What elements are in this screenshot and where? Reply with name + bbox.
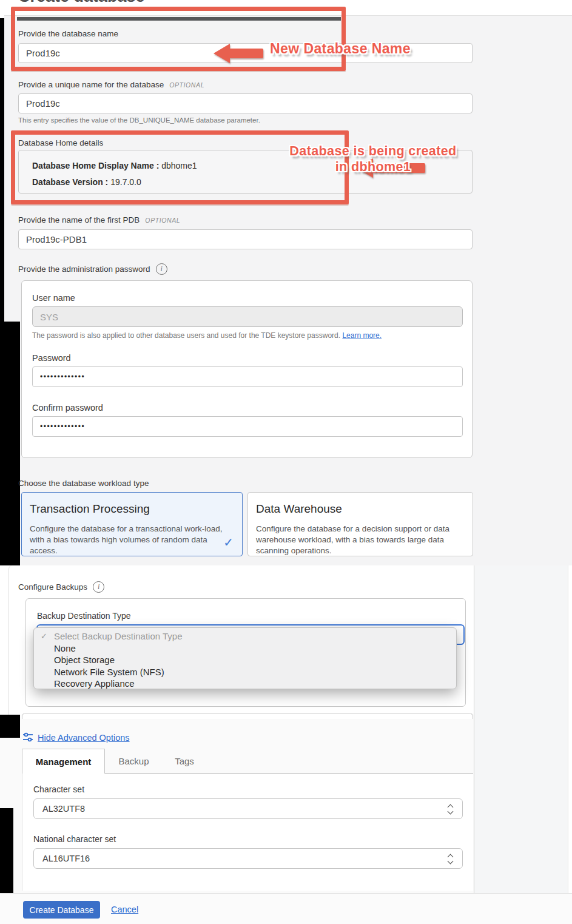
- pdb-value: Prod19c-PDB1: [26, 234, 87, 244]
- workload-option-title: Data Warehouse: [256, 502, 465, 516]
- character-set-select[interactable]: AL32UTF8: [33, 798, 463, 819]
- unique-name-label-row: Provide a unique name for the database O…: [18, 80, 204, 89]
- page-title: Create database: [18, 0, 273, 7]
- tab-tags[interactable]: Tags: [163, 749, 206, 774]
- admin-password-card: User name SYS The password is also appli…: [21, 280, 473, 458]
- right-edge: [568, 565, 572, 893]
- username-input: SYS: [32, 306, 463, 327]
- admin-password-label: Provide the administration password: [18, 265, 150, 274]
- character-set-label: Character set: [33, 784, 84, 794]
- menu-item[interactable]: None: [34, 642, 456, 655]
- tab-management[interactable]: Management: [22, 749, 105, 774]
- screenshot-gap: [0, 18, 4, 322]
- info-icon[interactable]: i: [93, 581, 104, 593]
- confirm-password-label: Confirm password: [32, 403, 103, 413]
- right-gutter: [474, 565, 568, 893]
- info-icon[interactable]: i: [156, 263, 167, 275]
- screenshot-gap: [0, 322, 20, 565]
- db-home-callout: Database is being created in dbhome1: [272, 143, 474, 175]
- workload-option-description: Configure the database for a transaction…: [30, 524, 223, 556]
- menu-item[interactable]: ✓ Select Backup Destination Type: [34, 630, 456, 642]
- create-database-page: Create database Provide the database nam…: [0, 0, 572, 924]
- create-database-button[interactable]: Create Database: [23, 901, 100, 919]
- password-help: The password is also applied to other da…: [32, 331, 382, 340]
- pdb-label: Provide the name of the first PDB: [18, 215, 140, 224]
- db-home-callout-line1: Database is being created: [272, 143, 474, 159]
- selected-check-icon: ✓: [41, 632, 47, 641]
- hide-advanced-options-link[interactable]: Hide Advanced Options: [38, 733, 130, 743]
- workload-option-description: Configure the database for a decision su…: [256, 524, 462, 556]
- workload-option-data-warehouse[interactable]: Data Warehouse Configure the database fo…: [247, 492, 473, 556]
- password-input[interactable]: •••••••••••••: [32, 366, 463, 387]
- chevron-up-down-icon: [447, 854, 454, 865]
- cancel-link[interactable]: Cancel: [111, 905, 138, 914]
- username-label: User name: [32, 293, 75, 303]
- configure-backups-label: Configure Backups: [18, 582, 87, 592]
- menu-item[interactable]: Network File System (NFS): [34, 666, 456, 678]
- confirm-password-input[interactable]: •••••••••••••: [32, 416, 463, 437]
- optional-tag: OPTIONAL: [169, 81, 204, 89]
- username-value: SYS: [40, 312, 58, 322]
- character-set-value: AL32UTF8: [42, 804, 85, 814]
- screenshot-gap: [0, 715, 20, 738]
- workload-label: Choose the database workload type: [18, 479, 149, 488]
- workload-option-title: Transaction Processing: [30, 502, 234, 516]
- workload-option-transaction-processing[interactable]: Transaction Processing Configure the dat…: [21, 492, 243, 556]
- pdb-label-row: Provide the name of the first PDB OPTION…: [18, 215, 180, 224]
- national-character-set-label: National character set: [33, 834, 116, 844]
- admin-password-label-row: Provide the administration password i: [18, 263, 167, 275]
- db-name-arrow-icon: [214, 44, 263, 63]
- configure-backups-label-row: Configure Backups i: [18, 581, 104, 593]
- db-name-highlight-box: [11, 7, 346, 71]
- tab-content-panel: [22, 773, 473, 891]
- db-name-callout: New Database Name: [260, 40, 421, 57]
- menu-item[interactable]: Object Storage: [34, 654, 456, 666]
- unique-name-input[interactable]: Prod19c: [18, 93, 473, 113]
- unique-name-label: Provide a unique name for the database: [18, 80, 164, 89]
- backup-destination-label: Backup Destination Type: [37, 611, 131, 621]
- password-masked-value: •••••••••••••: [40, 373, 85, 381]
- learn-more-link[interactable]: Learn more.: [342, 331, 382, 340]
- advanced-options-icon: [22, 731, 34, 743]
- confirm-password-masked-value: •••••••••••••: [40, 422, 85, 431]
- national-character-set-select[interactable]: AL16UTF16: [33, 848, 463, 869]
- chevron-up-down-icon: [447, 804, 454, 815]
- screenshot-gap: [0, 808, 13, 893]
- optional-tag: OPTIONAL: [145, 217, 180, 224]
- active-tab-notch: [22, 772, 104, 774]
- menu-item[interactable]: Recovery Appliance: [34, 678, 456, 690]
- action-footer: Create Database Cancel: [0, 893, 572, 924]
- national-character-set-value: AL16UTF16: [42, 854, 90, 863]
- selected-check-icon: ✓: [223, 535, 234, 550]
- db-home-callout-line2: in dbhome1: [272, 159, 474, 175]
- partial-card-edge: [22, 713, 473, 719]
- unique-name-value: Prod19c: [26, 98, 60, 109]
- pdb-input[interactable]: Prod19c-PDB1: [18, 229, 473, 249]
- backup-destination-menu: ✓ Select Backup Destination Type None Ob…: [33, 627, 457, 689]
- password-label: Password: [32, 353, 71, 363]
- tab-backup[interactable]: Backup: [105, 749, 163, 774]
- unique-name-help: This entry specifies the value of the DB…: [18, 116, 260, 124]
